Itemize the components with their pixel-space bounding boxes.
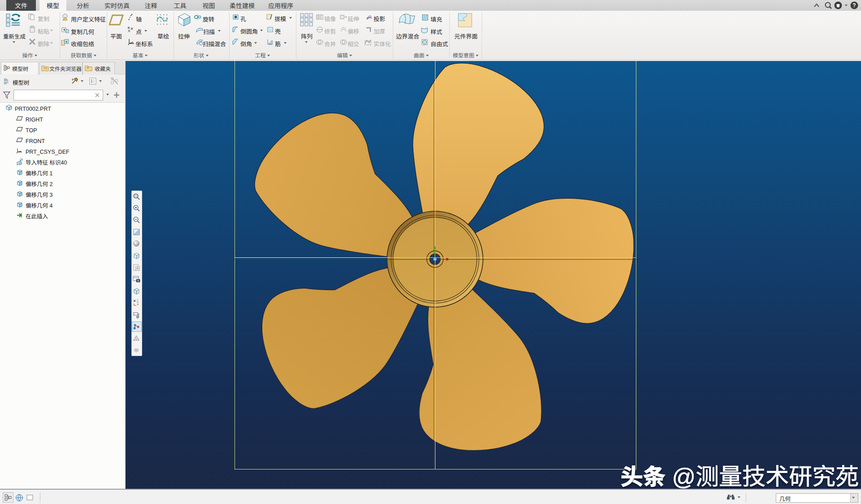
svg-text:?: ? [852, 1, 856, 9]
svg-text:*: * [87, 65, 89, 71]
